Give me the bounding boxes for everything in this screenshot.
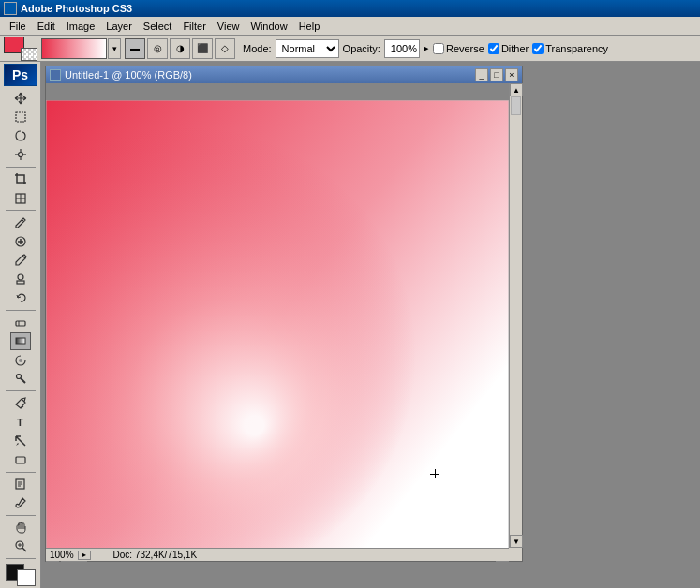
dither-checkbox[interactable] — [488, 43, 499, 54]
svg-rect-15 — [16, 321, 25, 326]
drawing-canvas[interactable] — [46, 100, 509, 548]
linear-gradient-btn[interactable]: ▬ — [125, 38, 145, 59]
mode-select[interactable]: Normal Dissolve Multiply Screen Overlay — [276, 39, 339, 58]
tool-separator-2 — [6, 210, 36, 211]
angle-gradient-btn[interactable]: ◑ — [170, 38, 190, 59]
tool-healing[interactable] — [10, 232, 31, 250]
menu-select[interactable]: Select — [138, 20, 178, 33]
fg-bg-colors — [6, 564, 36, 586]
doc-minimize-btn[interactable]: _ — [475, 68, 488, 81]
tool-move[interactable] — [10, 89, 31, 107]
opacity-arrow[interactable]: ▸ — [424, 42, 429, 54]
scroll-up-btn[interactable]: ▲ — [510, 83, 523, 96]
zoom-level: 100% — [50, 550, 74, 560]
svg-marker-22 — [16, 443, 19, 446]
tool-lasso[interactable] — [10, 127, 31, 145]
tool-history-brush[interactable] — [10, 289, 31, 307]
reverse-label: Reverse — [446, 43, 484, 54]
doc-title-group: Untitled-1 @ 100% (RGB/8) — [50, 69, 192, 81]
transparency-checkbox[interactable] — [532, 43, 544, 54]
tool-stamp[interactable] — [10, 270, 31, 287]
tool-separator-4 — [6, 390, 36, 391]
title-bar: Adobe Photoshop CS3 — [0, 0, 700, 17]
menu-layer[interactable]: Layer — [100, 20, 138, 33]
menu-edit[interactable]: Edit — [32, 20, 61, 33]
reverse-checkbox[interactable] — [433, 43, 444, 54]
tool-hand[interactable] — [10, 519, 31, 537]
doc-close-btn[interactable]: × — [505, 68, 518, 81]
app-title: Adobe Photoshop CS3 — [21, 3, 132, 14]
svg-rect-14 — [17, 281, 24, 284]
document-window: Untitled-1 @ 100% (RGB/8) _ □ × ▲ ▼ — [45, 66, 523, 562]
canvas-content[interactable] — [46, 83, 509, 548]
document-statusbar: 100% ▸ Doc: 732,4K/715,1K — [46, 548, 509, 561]
diamond-gradient-btn[interactable]: ◇ — [215, 38, 235, 59]
gradient-selector: ▾ — [41, 38, 121, 59]
reverse-checkbox-group: Reverse — [433, 43, 484, 54]
svg-line-20 — [21, 378, 25, 383]
menu-view[interactable]: View — [212, 20, 246, 33]
tool-separator-1 — [6, 167, 36, 168]
tool-crop[interactable] — [10, 170, 31, 188]
svg-point-5 — [18, 153, 22, 157]
scroll-down-btn[interactable]: ▼ — [510, 535, 523, 548]
tool-shape[interactable] — [10, 451, 31, 469]
workspace: Ps — [0, 62, 700, 588]
gradient-dropdown-arrow[interactable]: ▾ — [108, 38, 121, 59]
tool-separator-6 — [6, 515, 36, 516]
tool-notes[interactable] — [10, 476, 31, 493]
color-swatches — [4, 37, 37, 61]
doc-window-controls: _ □ × — [475, 68, 518, 81]
svg-point-18 — [19, 359, 22, 362]
v-scroll-thumb[interactable] — [511, 96, 521, 115]
app-icon — [4, 2, 17, 15]
opacity-label: Opacity: — [343, 43, 380, 54]
tool-zoom[interactable] — [10, 537, 31, 555]
doc-restore-btn[interactable]: □ — [490, 68, 503, 81]
ps-logo: Ps — [4, 64, 37, 86]
tool-pen[interactable] — [10, 394, 31, 412]
svg-line-29 — [22, 548, 26, 551]
tool-slice[interactable] — [10, 189, 31, 207]
menu-file[interactable]: File — [4, 20, 32, 33]
svg-rect-0 — [16, 112, 25, 122]
svg-rect-23 — [16, 457, 25, 463]
tool-path-select[interactable] — [10, 432, 31, 449]
menu-window[interactable]: Window — [246, 20, 293, 33]
tool-eyedropper2[interactable] — [10, 494, 31, 512]
tool-dodge[interactable] — [10, 370, 31, 388]
tool-eraser[interactable] — [10, 314, 31, 331]
tool-text[interactable]: T — [10, 413, 31, 431]
tool-separator-3 — [6, 310, 36, 311]
svg-text:T: T — [17, 417, 23, 428]
background-color[interactable] — [21, 48, 37, 61]
transparency-checkbox-group: Transparency — [532, 43, 608, 54]
svg-point-13 — [18, 274, 23, 280]
opacity-input[interactable] — [384, 39, 420, 58]
tool-magic-wand[interactable] — [10, 146, 31, 164]
bg-color-swatch[interactable] — [17, 569, 36, 586]
menu-image[interactable]: Image — [61, 20, 101, 33]
menu-help[interactable]: Help — [293, 20, 326, 33]
mode-label: Mode: — [243, 43, 272, 54]
gradient-preview[interactable] — [41, 38, 107, 59]
menu-filter[interactable]: Filter — [177, 20, 211, 33]
radial-gradient-btn[interactable]: ◎ — [147, 38, 168, 59]
svg-point-19 — [16, 374, 21, 378]
doc-title: Untitled-1 @ 100% (RGB/8) — [65, 69, 192, 81]
tool-blur[interactable] — [10, 351, 31, 369]
tool-marquee[interactable] — [10, 108, 31, 125]
tool-separator-5 — [6, 472, 36, 473]
zoom-indicator[interactable]: ▸ — [78, 551, 91, 560]
transparency-label: Transparency — [545, 43, 608, 54]
reflected-gradient-btn[interactable]: ⬛ — [192, 38, 213, 59]
tool-eyedropper[interactable] — [10, 213, 31, 231]
svg-rect-17 — [16, 338, 25, 344]
vertical-scrollbar[interactable]: ▲ ▼ — [509, 83, 522, 548]
dither-checkbox-group: Dither — [488, 43, 529, 54]
tool-brush[interactable] — [10, 251, 31, 269]
gradient-style-buttons: ▬ ◎ ◑ ⬛ ◇ — [125, 38, 235, 59]
tool-gradient[interactable] — [10, 332, 31, 350]
options-bar: ▾ ▬ ◎ ◑ ⬛ ◇ Mode: Normal Dissolve Multip… — [0, 36, 700, 62]
tool-separator-7 — [6, 558, 36, 559]
